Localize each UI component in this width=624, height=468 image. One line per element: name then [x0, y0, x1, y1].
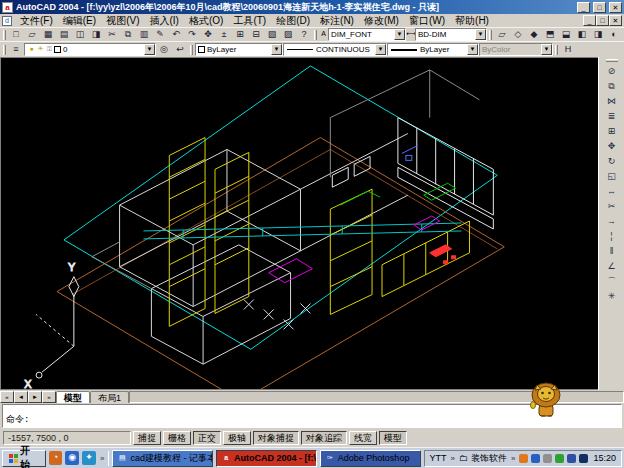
toolbar-icon-designcenter[interactable]: ▨ [280, 28, 296, 41]
layer-previous-icon[interactable]: ↩ [172, 43, 188, 56]
text-style-combo[interactable]: DIM_FONT ▼ [328, 28, 406, 41]
quicklaunch-icon-launch-1[interactable]: ◔ [49, 451, 63, 465]
status-toggle-snap[interactable]: 捕捉 [133, 431, 161, 445]
status-toggle-otrack[interactable]: 对象追踪 [301, 431, 347, 445]
modify-icon-break[interactable]: ‖ [602, 244, 621, 259]
modify-icon-copy[interactable]: ⧉ [602, 79, 621, 94]
chevron-down-icon[interactable]: ▼ [394, 29, 405, 40]
close-button[interactable]: ✕ [609, 2, 622, 13]
toolbar-grip[interactable] [3, 30, 6, 40]
restore-button[interactable]: □ [593, 2, 606, 13]
toolbar-grip[interactable] [3, 45, 6, 55]
modify-icon-erase[interactable]: ⊘ [602, 64, 621, 79]
shade-icon-render[interactable]: ◐ [606, 28, 622, 41]
menu-item-insert[interactable]: 插入(I) [144, 14, 183, 28]
dim-style-icon[interactable]: ⟷ [406, 30, 415, 39]
task-button-photoshop[interactable]: ✑ Adobe Photoshop [320, 450, 421, 467]
menu-item-draw[interactable]: 绘图(D) [271, 14, 315, 28]
menu-item-help[interactable]: 帮助(H) [450, 14, 494, 28]
chevron-down-icon[interactable]: ▼ [144, 44, 155, 55]
toolbar-icon-zoom-window[interactable]: ⊞ [232, 28, 248, 41]
shade-icon-3d-wireframe[interactable]: ◇ [510, 28, 526, 41]
language-indicator[interactable]: YTT [430, 453, 447, 463]
tab-nav-first[interactable]: « [0, 391, 14, 403]
toolbar-icon-new[interactable]: □ [8, 28, 24, 41]
make-object-layer-current-icon[interactable]: ◎ [156, 43, 172, 56]
layer-combo[interactable]: ● ☀ ⚿ 0 ▼ [24, 43, 156, 56]
toolbar-icon-publish[interactable]: ◨ [88, 28, 104, 41]
modify-icon-trim[interactable]: ✂ [602, 199, 621, 214]
doc-minimize-button[interactable]: _ [583, 15, 596, 26]
quicklaunch-icon-launch-3[interactable]: ✦ [82, 451, 96, 465]
chevron-down-icon[interactable]: ▼ [375, 44, 386, 55]
chevron-down-icon[interactable]: ▼ [467, 44, 478, 55]
layout-tab-model[interactable]: 模型 [56, 391, 90, 403]
shade-icon-flat-shaded[interactable]: ⬒ [542, 28, 558, 41]
task-button-autocad[interactable]: a AutoCAD 2004 - [f:\... [216, 450, 317, 467]
dim-style-combo[interactable]: BD-DIM ▼ [415, 28, 487, 41]
modify-icon-offset[interactable]: ≣ [602, 109, 621, 124]
chevron-icon[interactable]: » [450, 454, 456, 463]
start-button[interactable]: 开始 [2, 450, 46, 467]
layout-tab-layout1[interactable]: 布局1 [90, 391, 129, 403]
modify-icon-rotate[interactable]: ↻ [602, 154, 621, 169]
status-toggle-osnap[interactable]: 对象捕捉 [253, 431, 299, 445]
tray-icon-tray-6[interactable] [579, 454, 588, 463]
toolbar-band-label[interactable]: 装饰软件 [471, 452, 507, 465]
minimize-button[interactable]: _ [577, 2, 590, 13]
toolbar-grip[interactable] [555, 45, 558, 55]
menu-item-file[interactable]: 文件(F) [15, 14, 58, 28]
modify-icon-move[interactable]: ✥ [602, 139, 621, 154]
quicklaunch-icon-launch-2[interactable]: ◉ [65, 451, 79, 465]
modify-icon-chamfer[interactable]: ∠ [602, 259, 621, 274]
toolbar-icon-cut[interactable]: ✂ [104, 28, 120, 41]
tray-icon-tray-1[interactable] [519, 454, 528, 463]
tab-nav-next[interactable]: ► [28, 391, 42, 403]
doc-close-button[interactable]: ✕ [609, 15, 622, 26]
toolbar-grip[interactable] [314, 30, 317, 40]
tray-icon-tray-2[interactable] [531, 454, 540, 463]
modify-icon-array[interactable]: ⊞ [602, 124, 621, 139]
doc-restore-button[interactable]: □ [596, 15, 609, 26]
lineweight-combo[interactable]: ByLayer ▼ [387, 43, 479, 56]
menu-item-view[interactable]: 视图(V) [101, 14, 144, 28]
toolbar-icon-print-preview[interactable]: ◫ [72, 28, 88, 41]
color-combo[interactable]: ByLayer ▼ [195, 43, 283, 56]
toolbar-icon-save[interactable]: ▦ [40, 28, 56, 41]
menu-item-dimension[interactable]: 标注(N) [315, 14, 359, 28]
menu-item-modify[interactable]: 修改(M) [359, 14, 404, 28]
shade-icon-2d-wireframe[interactable]: ▱ [494, 28, 510, 41]
toolbar-icon-match-properties[interactable]: ✎ [152, 28, 168, 41]
toolbar-icon-properties[interactable]: ▧ [264, 28, 280, 41]
modify-icon-mirror[interactable]: ⋈ [602, 94, 621, 109]
toolbar-icon-pan-realtime[interactable]: ✥ [200, 28, 216, 41]
tray-icon-tray-5[interactable] [567, 454, 576, 463]
tray-icon-tray-4[interactable] [555, 454, 564, 463]
text-style-toolbar-icon[interactable]: H [560, 43, 576, 56]
toolbar-icon-copy-clip[interactable]: ⧉ [120, 28, 136, 41]
modify-icon-fillet[interactable]: ⌒ [602, 274, 621, 289]
shade-icon-flat-shaded-edges[interactable]: ◧ [574, 28, 590, 41]
menu-item-tools[interactable]: 工具(T) [228, 14, 271, 28]
toolbar-icon-help[interactable]: ? [296, 28, 312, 41]
toolbar-icon-zoom-realtime[interactable]: ± [216, 28, 232, 41]
toolbar-grip[interactable] [606, 59, 618, 62]
menu-item-edit[interactable]: 编辑(E) [58, 14, 101, 28]
toolbar-grip[interactable] [190, 45, 193, 55]
toolbar-icon-open[interactable]: ▱ [24, 28, 40, 41]
modify-icon-scale[interactable]: ◱ [602, 169, 621, 184]
toolbar-icon-zoom-previous[interactable]: ⊟ [248, 28, 264, 41]
chevron-down-icon[interactable]: ▼ [475, 29, 486, 40]
modify-icon-extend[interactable]: → [602, 214, 621, 229]
toolbar-grip[interactable] [489, 30, 492, 40]
tab-nav-last[interactable]: » [42, 391, 56, 403]
status-toggle-model[interactable]: 模型 [379, 431, 407, 445]
modify-icon-break-at-point[interactable]: ¦ [602, 229, 621, 244]
status-toggle-grid[interactable]: 栅格 [163, 431, 191, 445]
linetype-combo[interactable]: CONTINUOUS ▼ [283, 43, 387, 56]
layers-dialog-icon[interactable]: ≡ [8, 43, 24, 56]
tab-nav-prev[interactable]: ◄ [14, 391, 28, 403]
menu-item-window[interactable]: 窗口(W) [404, 14, 450, 28]
shade-icon-hidden[interactable]: ◆ [526, 28, 542, 41]
chevron-down-icon[interactable]: ▼ [271, 44, 282, 55]
